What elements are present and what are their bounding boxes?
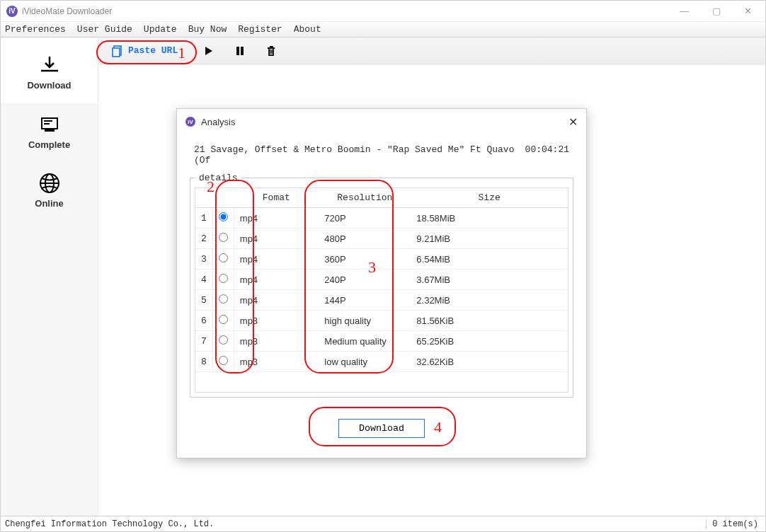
row-radio[interactable] (219, 356, 228, 365)
details-legend: details (196, 173, 241, 183)
sidebar-label-download: Download (1, 80, 98, 91)
pause-button[interactable] (233, 44, 247, 58)
row-radio-cell[interactable] (212, 208, 234, 229)
row-index: 7 (195, 331, 212, 352)
row-format: mp4 (234, 270, 319, 290)
svg-marker-9 (205, 47, 212, 55)
row-index: 1 (195, 208, 212, 229)
menu-user-guide[interactable]: User Guide (77, 24, 132, 35)
row-radio-cell[interactable] (212, 352, 234, 372)
row-resolution: 144P (319, 290, 411, 311)
row-radio-cell[interactable] (212, 331, 234, 352)
details-fieldset: details Fomat Resolution Size 1mp4720P18… (190, 173, 573, 398)
clipboard-icon (111, 45, 124, 57)
sidebar-item-download[interactable]: Download (1, 37, 98, 104)
video-duration: 00:04:21 (525, 144, 569, 166)
row-radio-cell[interactable] (212, 311, 234, 331)
menu-buy-now[interactable]: Buy Now (188, 24, 227, 35)
video-title: 21 Savage, Offset & Metro Boomin - "Rap … (194, 144, 525, 166)
row-radio-cell[interactable] (212, 270, 234, 290)
row-radio-cell[interactable] (212, 290, 234, 311)
row-size: 2.32MiB (411, 290, 568, 311)
row-radio[interactable] (219, 212, 228, 221)
row-size: 32.62KiB (411, 352, 568, 372)
formats-table: Fomat Resolution Size 1mp4720P18.58MiB2m… (195, 188, 568, 392)
row-resolution: 720P (319, 208, 411, 229)
globe-icon (1, 171, 98, 195)
col-size: Size (411, 188, 568, 208)
menu-register[interactable]: Register (238, 24, 282, 35)
menubar: Preferences User Guide Update Buy Now Re… (1, 22, 765, 37)
svg-rect-8 (113, 48, 120, 57)
row-resolution: 480P (319, 229, 411, 249)
table-row[interactable]: 8mp3low quality32.62KiB (195, 352, 568, 372)
row-index: 4 (195, 270, 212, 290)
app-icon: iV (6, 6, 18, 17)
row-size: 81.56KiB (411, 311, 568, 331)
window-close-button[interactable]: ✕ (732, 1, 764, 22)
col-resolution: Resolution (319, 188, 411, 208)
table-row[interactable]: 1mp4720P18.58MiB (195, 208, 568, 229)
app-icon-small: iV (185, 117, 195, 127)
row-index: 6 (195, 311, 212, 331)
table-row[interactable]: 2mp4480P9.21MiB (195, 229, 568, 249)
row-format: mp3 (234, 352, 319, 372)
window-title: iVideoMate Downloader (22, 6, 112, 16)
delete-button[interactable] (264, 44, 278, 58)
row-radio[interactable] (219, 335, 228, 345)
main-area: Paste URL 1 iV Analysis ✕ (98, 37, 765, 516)
row-radio[interactable] (219, 315, 228, 324)
row-resolution: low quality (319, 352, 411, 372)
row-format: mp4 (234, 208, 319, 229)
menu-preferences[interactable]: Preferences (5, 24, 66, 35)
row-format: mp4 (234, 229, 319, 249)
window-minimize-button[interactable]: — (668, 1, 700, 22)
table-row[interactable]: 7mp3Medium quality65.25KiB (195, 331, 568, 352)
table-row[interactable]: 4mp4240P3.67MiB (195, 270, 568, 290)
status-items: 0 item(s) (706, 519, 761, 529)
row-index: 8 (195, 352, 212, 372)
row-format: mp3 (234, 311, 319, 331)
svg-rect-1 (45, 129, 54, 131)
svg-rect-11 (241, 47, 244, 55)
table-row[interactable]: 6mp3high quality81.56KiB (195, 311, 568, 331)
row-index: 3 (195, 249, 212, 270)
row-radio[interactable] (219, 253, 228, 262)
menu-about[interactable]: About (294, 24, 321, 35)
row-size: 9.21MiB (411, 229, 568, 249)
row-format: mp4 (234, 249, 319, 270)
paste-url-button[interactable]: Paste URL (104, 42, 185, 59)
row-index: 5 (195, 290, 212, 311)
status-company: Chengfei Information Technology Co., Ltd… (5, 519, 214, 529)
sidebar-item-complete[interactable]: Complete (1, 104, 98, 163)
sidebar: Download Complete Online (1, 37, 98, 516)
row-radio-cell[interactable] (212, 229, 234, 249)
menu-update[interactable]: Update (144, 24, 177, 35)
statusbar: Chengfei Information Technology Co., Ltd… (1, 516, 765, 531)
row-radio[interactable] (219, 233, 228, 242)
row-index: 2 (195, 229, 212, 249)
table-row[interactable]: 3mp4360P6.54MiB (195, 249, 568, 270)
dialog-title: Analysis (201, 117, 235, 127)
row-format: mp3 (234, 331, 319, 352)
svg-rect-10 (236, 47, 239, 55)
row-format: mp4 (234, 290, 319, 311)
dialog-close-button[interactable]: ✕ (568, 115, 578, 129)
sidebar-label-online: Online (1, 198, 98, 209)
row-radio-cell[interactable] (212, 249, 234, 270)
sidebar-item-online[interactable]: Online (1, 163, 98, 221)
table-row[interactable]: 5mp4144P2.32MiB (195, 290, 568, 311)
play-button[interactable] (202, 44, 216, 58)
row-radio[interactable] (219, 294, 228, 303)
download-icon (1, 53, 98, 77)
download-button[interactable]: Download (338, 419, 425, 438)
complete-icon (1, 112, 98, 137)
titlebar: iV iVideoMate Downloader — ▢ ✕ (1, 1, 765, 22)
row-size: 65.25KiB (411, 331, 568, 352)
row-radio[interactable] (219, 274, 228, 283)
window-maximize-button[interactable]: ▢ (700, 1, 732, 22)
row-resolution: 240P (319, 270, 411, 290)
row-resolution: Medium quality (319, 331, 411, 352)
paste-url-label: Paste URL (128, 45, 178, 56)
row-resolution: 360P (319, 249, 411, 270)
